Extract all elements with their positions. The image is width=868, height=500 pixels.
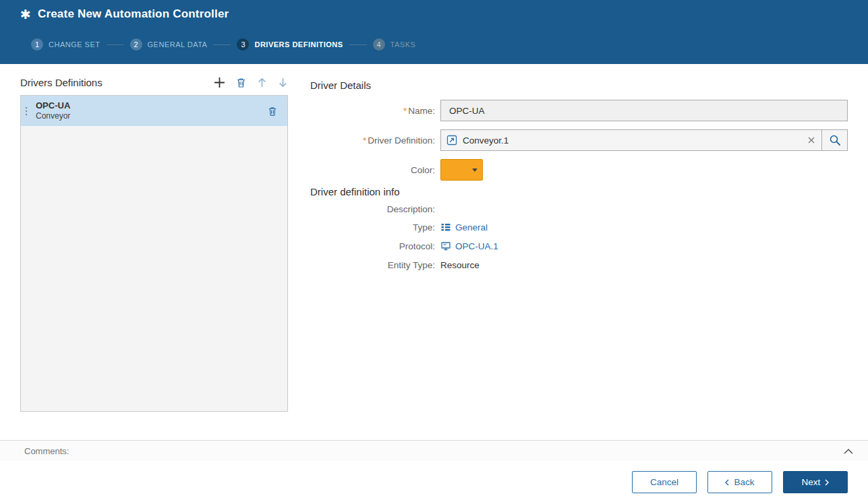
driver-definition-field[interactable]: Conveyor.1 [440,129,848,151]
move-down-button[interactable] [277,77,289,88]
trash-icon [267,106,278,117]
plus-icon [213,76,226,89]
step-label: GENERAL DATA [148,40,208,49]
protocol-link[interactable]: OPC-UA.1 [455,241,498,251]
chevron-right-icon [825,479,829,486]
add-driver-button[interactable] [213,76,226,89]
name-label: *Name: [310,106,440,116]
driver-item-subtitle: Conveyor [36,111,267,121]
comments-bar[interactable]: Comments: [0,440,868,461]
entity-type-row: Entity Type: Resource [310,258,480,272]
back-label: Back [734,477,754,487]
driver-definition-label-text: Driver Definition: [368,135,435,146]
step-tasks[interactable]: 4 TASKS [373,38,416,51]
step-number: 4 [373,38,385,51]
name-row: *Name: [310,100,848,121]
type-value: General [440,222,488,232]
description-label: Description: [310,204,440,214]
step-connector [213,44,231,45]
color-label: Color: [310,165,440,175]
next-button[interactable]: Next [783,471,848,493]
trash-icon [235,77,247,88]
name-input[interactable] [440,100,848,121]
color-row: Color: [310,159,483,181]
search-driver-definition-button[interactable] [821,130,847,150]
search-icon [829,134,841,146]
cancel-button[interactable]: Cancel [632,471,697,493]
wizard-stepper: 1 CHANGE SET 2 GENERAL DATA 3 DRIVERS DE… [31,38,415,51]
chevron-left-icon [725,479,729,486]
driver-list-item[interactable]: OPC-UA Conveyor [21,96,287,126]
entity-type-label: Entity Type: [310,260,440,270]
caret-down-icon [472,168,478,172]
step-label: TASKS [390,40,416,49]
step-number: 2 [130,38,142,51]
comments-label: Comments: [24,446,69,456]
step-change-set[interactable]: 1 CHANGE SET [31,38,100,51]
step-connector [349,44,367,45]
step-connector [107,44,124,45]
cancel-label: Cancel [650,477,678,487]
delete-item-button[interactable] [267,106,278,117]
entity-icon [446,135,457,146]
create-automation-controller-dialog: ✱ Create New Automation Controller 1 CHA… [0,0,868,500]
driver-definition-label: *Driver Definition: [310,135,440,146]
driver-item-name: OPC-UA [36,100,267,111]
description-row: Description: [310,202,440,216]
title-row: ✱ Create New Automation Controller [20,7,229,21]
drivers-definitions-title: Drivers Definitions [20,77,103,88]
step-general-data[interactable]: 2 GENERAL DATA [130,38,208,51]
arrow-down-icon [277,77,289,88]
drag-handle-icon[interactable] [21,105,32,117]
driver-definition-value: Conveyor.1 [463,135,801,146]
driver-item-text: OPC-UA Conveyor [32,100,267,121]
step-drivers-definitions[interactable]: 3 DRIVERS DEFINITIONS [237,38,343,51]
driver-definition-row: *Driver Definition: Conveyor.1 [310,129,848,151]
next-label: Next [802,477,821,487]
required-asterisk: * [403,106,407,116]
driver-definition-info-title: Driver definition info [310,186,400,197]
protocol-row: Protocol: OPC-UA.1 [310,239,498,253]
required-asterisk: * [363,135,366,146]
list-icon [440,222,451,232]
type-row: Type: General [310,220,488,234]
chevron-up-icon[interactable] [844,449,853,454]
step-number: 1 [31,38,43,51]
protocol-value: OPC-UA.1 [440,241,498,251]
step-number: 3 [237,38,249,51]
step-label: CHANGE SET [49,40,100,49]
dialog-header: ✱ Create New Automation Controller 1 CHA… [0,0,868,64]
step-label: DRIVERS DEFINITIONS [254,40,343,49]
arrow-up-icon [256,77,268,88]
color-dropdown[interactable] [440,159,483,181]
monitor-icon [440,241,451,251]
move-up-button[interactable] [256,77,268,88]
delete-driver-button[interactable] [235,77,247,88]
type-link[interactable]: General [455,222,488,232]
type-label: Type: [310,222,440,232]
asterisk-icon: ✱ [20,8,31,21]
clear-icon [808,137,815,144]
entity-type-value: Resource [440,260,480,270]
protocol-label: Protocol: [310,241,440,251]
dialog-title: Create New Automation Controller [38,7,229,21]
dialog-footer: Cancel Back Next [0,461,868,500]
name-label-text: Name: [408,106,435,116]
back-button[interactable]: Back [707,471,772,493]
drivers-list-toolbar [213,75,289,90]
drivers-list: OPC-UA Conveyor [20,95,288,412]
driver-details-title: Driver Details [310,80,371,91]
clear-driver-definition-button[interactable] [801,130,821,150]
